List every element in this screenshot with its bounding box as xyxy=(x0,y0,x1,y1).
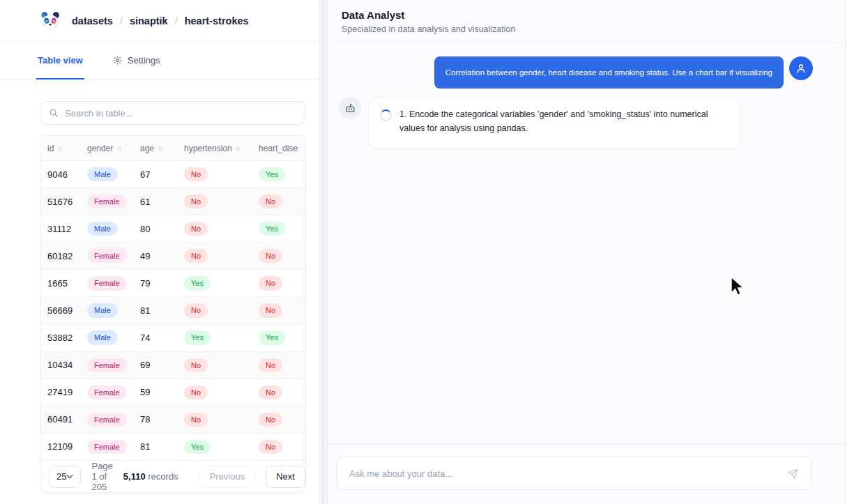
cell-age: 78 xyxy=(140,414,184,425)
gender-badge: Female xyxy=(87,440,127,454)
gender-badge: Female xyxy=(87,194,127,208)
sort-icon[interactable]: ↑↓ xyxy=(158,145,162,152)
heart-disease-badge: No xyxy=(259,358,282,372)
table-row[interactable]: 51676Female61NoNo xyxy=(40,188,305,215)
table-cell: Female xyxy=(87,358,140,372)
table-cell: Female xyxy=(87,249,140,263)
table-row[interactable]: 10434Female69NoNo xyxy=(40,352,305,379)
chevron-down-icon xyxy=(66,474,73,479)
column-header-hypertension[interactable]: hypertension ↑↓ xyxy=(184,144,259,153)
table-cell: Yes xyxy=(259,222,298,236)
page-size-value: 25 xyxy=(56,471,66,482)
agent-subtitle: Specialized in data analysis and visuali… xyxy=(342,24,831,34)
table-cell: No xyxy=(259,440,298,454)
table-cell: No xyxy=(259,358,298,372)
column-label: gender xyxy=(87,144,113,153)
hypertension-badge: No xyxy=(184,303,208,317)
right-panel-scrollbar[interactable] xyxy=(845,0,854,504)
assistant-avatar xyxy=(339,97,361,119)
table-cell: Yes xyxy=(184,330,259,344)
cell-age: 67 xyxy=(140,169,184,180)
left-panel-scrollbar[interactable] xyxy=(319,0,328,504)
column-header-id[interactable]: id ↑↓ xyxy=(47,144,87,153)
chat-input[interactable] xyxy=(349,468,777,479)
records-count: 5,110 records xyxy=(123,471,178,482)
table-cell: Female xyxy=(87,413,140,427)
user-avatar[interactable] xyxy=(789,56,813,80)
table-cell: No xyxy=(184,194,259,208)
next-page-button[interactable]: Next xyxy=(266,466,305,488)
heart-disease-badge: No xyxy=(259,249,282,263)
breadcrumb-datasets[interactable]: datasets xyxy=(72,15,113,26)
send-button[interactable] xyxy=(784,465,802,482)
chat-input-container xyxy=(336,457,812,490)
breadcrumb-heart-strokes[interactable]: heart-strokes xyxy=(185,15,249,26)
dataset-panel: datasets / sinaptik / heart-strokes Tabl… xyxy=(0,0,319,504)
data-table: id ↑↓ gender ↑↓ age ↑↓ hypertension ↑↓ h… xyxy=(40,135,306,493)
table-cell: No xyxy=(184,413,259,427)
column-header-gender[interactable]: gender ↑↓ xyxy=(87,144,140,153)
tab-table-view[interactable]: Table view xyxy=(36,42,84,79)
scrollbar-thumb[interactable] xyxy=(321,0,326,504)
loading-spinner-icon xyxy=(380,109,392,121)
cell-id: 12109 xyxy=(47,441,87,452)
gender-badge: Male xyxy=(87,303,118,317)
table-row[interactable]: 31112Male80NoYes xyxy=(40,215,305,243)
hypertension-badge: Yes xyxy=(184,440,211,454)
table-row[interactable]: 1665Female79YesNo xyxy=(40,270,305,297)
table-row[interactable]: 9046Male67NoYes xyxy=(40,161,305,188)
table-cell: No xyxy=(259,276,298,290)
table-cell: No xyxy=(259,413,298,427)
table-cell: No xyxy=(184,303,259,317)
breadcrumb: datasets / sinaptik / heart-strokes xyxy=(72,15,249,26)
table-cell: Female xyxy=(87,194,140,208)
column-label: id xyxy=(47,144,54,153)
tabbar: Table view Settings xyxy=(0,42,319,80)
cell-age: 79 xyxy=(140,278,184,289)
cell-id: 56669 xyxy=(47,305,87,316)
table-row[interactable]: 56669Male81NoNo xyxy=(40,297,305,324)
table-row[interactable]: 60491Female78NoNo xyxy=(40,406,305,434)
hypertension-badge: No xyxy=(184,413,208,427)
table-row[interactable]: 60182Female49NoNo xyxy=(40,243,305,270)
chat-input-area xyxy=(328,444,845,504)
column-header-age[interactable]: age ↑↓ xyxy=(140,144,184,153)
cell-id: 27419 xyxy=(47,387,87,397)
breadcrumb-separator: / xyxy=(175,15,178,26)
search-input[interactable] xyxy=(65,108,297,119)
table-row[interactable]: 53882Male74YesYes xyxy=(40,325,305,352)
sort-icon[interactable]: ↑↓ xyxy=(57,145,61,152)
sort-icon[interactable]: ↑↓ xyxy=(116,145,121,152)
table-cell: No xyxy=(259,385,298,399)
table-cell: No xyxy=(184,249,259,263)
previous-page-button[interactable]: Previous xyxy=(199,466,256,488)
hypertension-badge: No xyxy=(184,194,208,208)
sort-icon[interactable]: ↑↓ xyxy=(236,145,240,152)
assistant-message-text: 1. Encode the categorical variables 'gen… xyxy=(399,107,729,135)
hypertension-badge: No xyxy=(184,222,208,236)
cell-age: 59 xyxy=(140,387,184,397)
heart-disease-badge: No xyxy=(259,440,282,454)
robot-icon xyxy=(344,102,356,114)
table-cell: Male xyxy=(87,330,140,344)
table-cell: No xyxy=(184,167,259,181)
hypertension-badge: No xyxy=(184,249,208,263)
cell-id: 53882 xyxy=(47,333,87,343)
table-row[interactable]: 12109Female81YesNo xyxy=(40,434,305,460)
person-icon xyxy=(795,62,807,75)
cell-id: 9046 xyxy=(47,169,87,180)
hypertension-badge: No xyxy=(184,167,208,181)
table-cell: Female xyxy=(87,276,140,290)
tab-settings[interactable]: Settings xyxy=(111,42,162,79)
table-row[interactable]: 27419Female59NoNo xyxy=(40,379,305,406)
chat-panel: Data Analyst Specialized in data analysi… xyxy=(328,0,845,504)
heart-disease-badge: Yes xyxy=(259,167,285,181)
table-view-content: id ↑↓ gender ↑↓ age ↑↓ hypertension ↑↓ h… xyxy=(0,80,319,504)
column-header-heart-disease[interactable]: heart_disease xyxy=(259,144,298,153)
breadcrumb-sinaptik[interactable]: sinaptik xyxy=(130,15,168,26)
heart-disease-badge: Yes xyxy=(259,222,285,236)
panda-logo-icon[interactable] xyxy=(40,10,61,31)
hypertension-badge: No xyxy=(184,358,208,372)
page-size-select[interactable]: 25 xyxy=(49,466,81,488)
table-cell: No xyxy=(259,249,298,263)
